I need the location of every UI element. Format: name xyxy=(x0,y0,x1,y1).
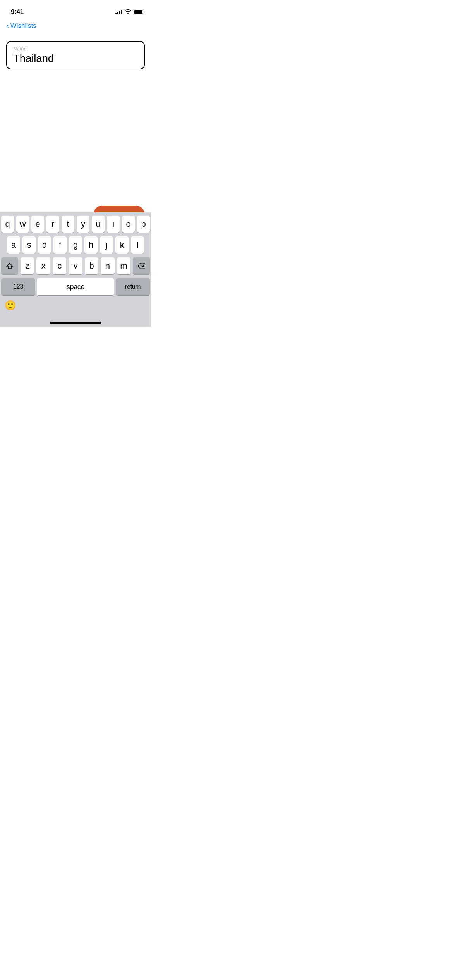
numbers-key[interactable]: 123 xyxy=(1,278,35,295)
key-a[interactable]: a xyxy=(7,236,20,254)
nav-bar: ‹ Wishlists xyxy=(0,19,151,33)
key-r[interactable]: r xyxy=(46,216,59,233)
keyboard-row-3: z x c v b n m xyxy=(0,257,151,274)
key-c[interactable]: c xyxy=(53,257,66,274)
key-b[interactable]: b xyxy=(85,257,98,274)
name-field-label: Name xyxy=(13,46,138,51)
key-i[interactable]: i xyxy=(107,216,120,233)
battery-icon xyxy=(134,10,143,14)
key-u[interactable]: u xyxy=(92,216,105,233)
back-label: Wishlists xyxy=(10,22,36,30)
key-l[interactable]: l xyxy=(131,236,144,254)
key-z[interactable]: z xyxy=(21,257,34,274)
keyboard-row-2: a s d f g h j k l xyxy=(0,236,151,254)
key-w[interactable]: w xyxy=(16,216,29,233)
back-button[interactable]: ‹ Wishlists xyxy=(6,22,36,30)
key-k[interactable]: k xyxy=(115,236,129,254)
name-field-container: Name ✓ xyxy=(6,41,145,69)
key-d[interactable]: d xyxy=(38,236,51,254)
key-j[interactable]: j xyxy=(100,236,113,254)
key-x[interactable]: x xyxy=(36,257,50,274)
key-e[interactable]: e xyxy=(31,216,44,233)
return-key[interactable]: return xyxy=(116,278,150,295)
keyboard-row-4: 123 space return xyxy=(0,278,151,295)
status-time: 9:41 xyxy=(11,8,24,16)
keyboard: q w e r t y u i o p a s d f g h j k l z … xyxy=(0,212,151,327)
key-s[interactable]: s xyxy=(22,236,36,254)
key-t[interactable]: t xyxy=(62,216,74,233)
signal-icon xyxy=(115,10,122,14)
key-h[interactable]: h xyxy=(84,236,98,254)
name-input-row: ✓ xyxy=(13,52,138,65)
key-y[interactable]: y xyxy=(77,216,89,233)
space-key[interactable]: space xyxy=(37,278,114,295)
key-p[interactable]: p xyxy=(137,216,150,233)
key-v[interactable]: v xyxy=(69,257,82,274)
status-bar: 9:41 xyxy=(0,0,151,19)
key-n[interactable]: n xyxy=(101,257,114,274)
key-q[interactable]: q xyxy=(1,216,14,233)
name-input[interactable] xyxy=(13,52,151,65)
status-icons xyxy=(115,9,143,15)
emoji-row: 🙂 xyxy=(0,298,151,322)
keyboard-row-1: q w e r t y u i o p xyxy=(0,216,151,233)
delete-key[interactable] xyxy=(133,257,150,274)
main-content: Name ✓ xyxy=(0,33,151,77)
wifi-icon xyxy=(125,9,131,15)
key-f[interactable]: f xyxy=(53,236,67,254)
key-o[interactable]: o xyxy=(122,216,135,233)
key-m[interactable]: m xyxy=(117,257,130,274)
back-chevron-icon: ‹ xyxy=(6,21,9,30)
shift-key[interactable] xyxy=(1,257,18,274)
home-indicator xyxy=(50,322,101,324)
key-g[interactable]: g xyxy=(69,236,82,254)
emoji-key[interactable]: 🙂 xyxy=(5,300,16,311)
